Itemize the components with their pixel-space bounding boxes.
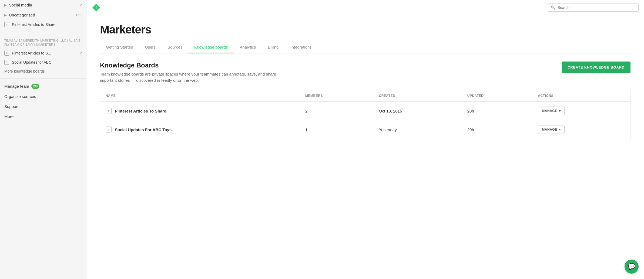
- section-description: Team knowledge boards are private spaces…: [100, 71, 289, 83]
- tab-getting-started[interactable]: Getting Started: [100, 42, 139, 53]
- sidebar-category-label: Uncategorized: [9, 13, 35, 17]
- support-label: Support: [4, 104, 19, 109]
- col-members: MEMBERS: [300, 90, 373, 102]
- search-bar[interactable]: 🔍: [547, 4, 639, 12]
- board-created: Oct 10, 2016: [374, 102, 462, 120]
- board-updated: 20h: [462, 102, 533, 120]
- more-action[interactable]: More: [0, 111, 86, 121]
- sidebar-divider: [0, 78, 86, 79]
- organize-sources-action[interactable]: Organize sources: [0, 91, 86, 101]
- tab-analytics[interactable]: Analytics: [234, 42, 262, 53]
- col-created: CREATED: [374, 90, 462, 102]
- svg-text:f: f: [96, 5, 97, 10]
- sidebar-team-label: TEAM ALISA MEREDITH MARKETING, LLC / ALI…: [0, 35, 86, 49]
- sidebar-category-uncategorized[interactable]: ▶ Uncategorized 1K+: [0, 10, 86, 20]
- page-content: Marketers Getting Started Users Sources …: [86, 15, 644, 279]
- chat-bubble-button[interactable]: 💬: [625, 260, 639, 274]
- board-icon: [4, 22, 9, 27]
- col-updated: UPDATED: [462, 90, 533, 102]
- manage-team-label: Manage team: [4, 84, 29, 89]
- chevron-down-icon: ▾: [559, 109, 561, 113]
- support-action[interactable]: Support: [0, 101, 86, 111]
- sidebar-category-count: 1K+: [76, 13, 82, 17]
- board-members: 1: [300, 120, 373, 139]
- col-name: NAME: [100, 90, 300, 102]
- board-members: 2: [300, 102, 373, 120]
- board-created: Yesterday: [374, 120, 462, 139]
- tab-sources[interactable]: Sources: [162, 42, 188, 53]
- tabs: Getting Started Users Sources Knowledge …: [100, 42, 630, 53]
- table-row: ≡ Pinterest Articles To Share 2 Oct 10, …: [100, 102, 630, 120]
- manage-label: MANAGE: [542, 109, 557, 113]
- sidebar-divider: [0, 32, 86, 32]
- search-input[interactable]: [558, 5, 635, 10]
- section-info: Knowledge Boards Team knowledge boards a…: [100, 62, 289, 83]
- sidebar-item-pinterest-articles[interactable]: Pinterest Articles to Share: [0, 20, 86, 29]
- sidebar-item-team-pinterest[interactable]: Pinterest Articles to S... 2: [0, 49, 86, 58]
- chevron-right-icon: ▶: [4, 13, 7, 17]
- tab-billing[interactable]: Billing: [262, 42, 284, 53]
- board-name-cell: ≡ Pinterest Articles To Share: [106, 108, 294, 114]
- more-label: More: [4, 114, 14, 119]
- main-content: f 🔍 Marketers Getting Started Users Sour…: [86, 0, 644, 279]
- table-row: ≡ Social Updates For ABC Toys 1 Yesterda…: [100, 120, 630, 139]
- tab-integrations[interactable]: Integrations: [284, 42, 317, 53]
- board-name: Pinterest Articles To Share: [115, 109, 166, 113]
- sidebar-item-label: Pinterest Articles to S...: [12, 51, 51, 55]
- chevron-right-icon: ▶: [4, 3, 7, 7]
- board-name-cell: ≡ Social Updates For ABC Toys: [106, 127, 294, 132]
- sidebar-item-label: Social Updates for ABC ...: [12, 60, 56, 64]
- chevron-down-icon: ▾: [559, 128, 561, 131]
- manage-button-row-1[interactable]: MANAGE ▾: [538, 107, 565, 115]
- knowledge-boards-table: NAME MEMBERS CREATED UPDATED ACTIONS ≡ P…: [100, 90, 630, 139]
- board-icon: ≡: [106, 108, 112, 114]
- organize-sources-label: Organize sources: [4, 94, 36, 99]
- manage-button-row-2[interactable]: MANAGE ▾: [538, 125, 565, 134]
- more-knowledge-boards-link[interactable]: More knowledge boards: [0, 67, 86, 76]
- tab-knowledge-boards[interactable]: Knowledge boards: [188, 42, 234, 53]
- board-icon: [4, 60, 9, 65]
- sidebar-category-count: 2: [80, 3, 82, 7]
- board-icon: ≡: [106, 127, 112, 132]
- sidebar-category-label: Social media: [9, 3, 32, 7]
- col-actions: ACTIONS: [532, 90, 630, 102]
- chat-icon: 💬: [628, 263, 635, 270]
- sidebar-category-social-media[interactable]: ▶ Social media 2: [0, 0, 86, 10]
- tab-users[interactable]: Users: [139, 42, 162, 53]
- sidebar-item-label: Pinterest Articles to Share: [12, 22, 55, 27]
- manage-team-action[interactable]: Manage team 2/3: [0, 81, 86, 91]
- page-title: Marketers: [100, 23, 630, 36]
- topbar: f 🔍: [86, 0, 644, 15]
- search-icon: 🔍: [551, 5, 555, 10]
- feedly-logo: f: [92, 3, 100, 12]
- sidebar-item-team-social[interactable]: Social Updates for ABC ...: [0, 58, 86, 67]
- sidebar: ▶ Social media 2 ▶ Uncategorized 1K+ Pin…: [0, 0, 86, 279]
- manage-team-badge: 2/3: [31, 84, 40, 89]
- sidebar-item-count: 2: [80, 51, 82, 55]
- board-name: Social Updates For ABC Toys: [115, 127, 172, 132]
- board-icon: [4, 51, 9, 56]
- create-knowledge-board-button[interactable]: CREATE KNOWLEDGE BOARD: [562, 62, 630, 73]
- board-updated: 20h: [462, 120, 533, 139]
- section-header: Knowledge Boards Team knowledge boards a…: [100, 62, 630, 83]
- section-title: Knowledge Boards: [100, 62, 289, 69]
- manage-label: MANAGE: [542, 128, 557, 131]
